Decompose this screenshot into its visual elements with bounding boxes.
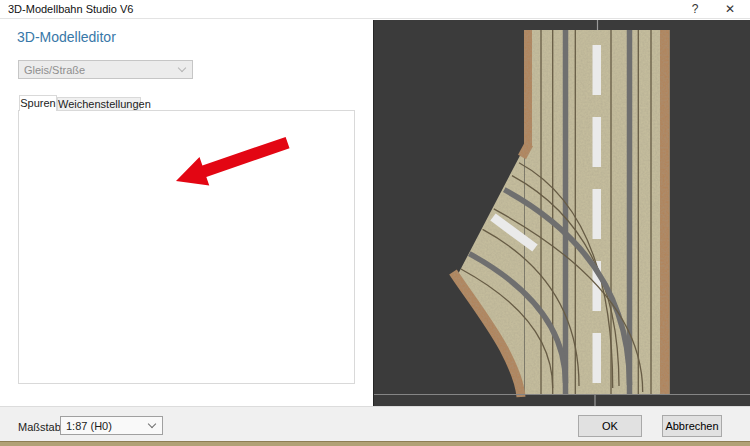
help-button[interactable]: ? <box>686 1 704 18</box>
close-button[interactable]: ✕ <box>721 1 739 18</box>
cancel-button[interactable]: Abbrechen <box>662 415 722 437</box>
window-title: 3D-Modellbahn Studio V6 <box>8 3 133 15</box>
tab-spuren[interactable]: Spuren <box>19 95 57 111</box>
chevron-down-icon <box>148 419 156 427</box>
massstab-select[interactable]: 1:87 (H0) <box>60 416 163 435</box>
ok-button[interactable]: OK <box>578 415 642 437</box>
massstab-value: 1:87 (H0) <box>66 420 112 432</box>
page-title: 3D-Modelleditor <box>17 29 116 45</box>
object-type-value: Gleis/Straße <box>24 64 85 76</box>
tab-weichenstellungen[interactable]: Weichenstellungen <box>57 97 141 111</box>
preview-viewport[interactable] <box>373 20 750 407</box>
background-window-edge <box>0 441 750 446</box>
object-type-select: Gleis/Straße <box>18 60 193 79</box>
tab-panel <box>18 110 355 384</box>
chevron-down-icon <box>178 63 186 71</box>
massstab-label: Maßstab: <box>18 421 64 433</box>
road-junction-render <box>374 20 750 407</box>
branch-end-curb <box>522 144 529 157</box>
